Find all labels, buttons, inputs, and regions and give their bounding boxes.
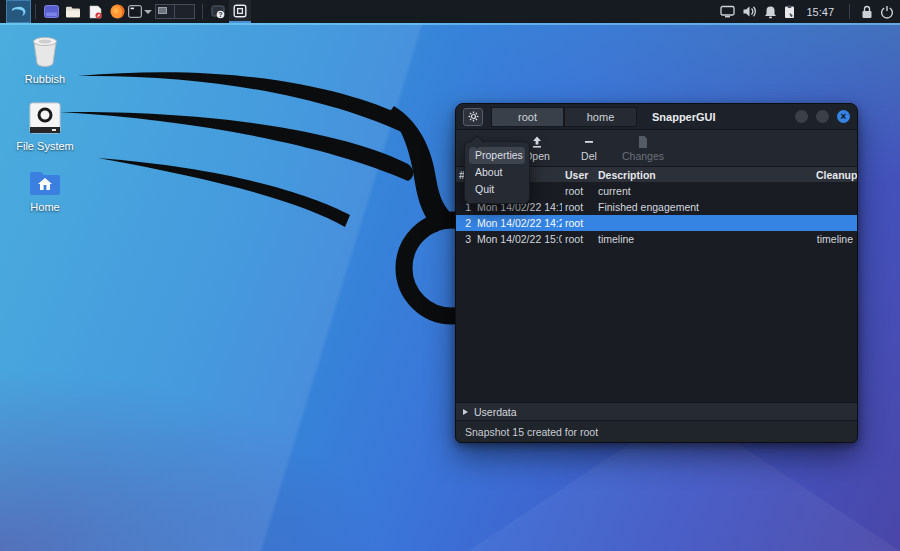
taskbar-separator bbox=[202, 4, 203, 19]
taskbar-separator bbox=[35, 4, 36, 19]
taskbar-window-snappergui[interactable] bbox=[229, 0, 251, 23]
kali-menu-icon bbox=[11, 5, 27, 19]
document-icon bbox=[89, 5, 102, 19]
tab-home[interactable]: home bbox=[564, 107, 637, 127]
window-title: SnapperGUI bbox=[652, 111, 716, 123]
status-text: Snapshot 15 created for root bbox=[465, 426, 598, 438]
menu-item-about[interactable]: About bbox=[469, 164, 525, 181]
workspace-window-thumb bbox=[158, 7, 167, 14]
cell-user: root bbox=[562, 217, 595, 229]
clock[interactable]: 15:47 bbox=[806, 6, 834, 18]
userdata-label: Userdata bbox=[474, 406, 517, 418]
cell-date: Mon 14/02/22 15:00 bbox=[474, 233, 562, 245]
cell-user: root bbox=[562, 185, 595, 197]
desktop-icons: Rubbish File System Home bbox=[8, 33, 82, 230]
minimize-button[interactable] bbox=[795, 110, 808, 123]
cell-description: current bbox=[595, 185, 813, 197]
desktop-icon-home[interactable]: Home bbox=[28, 169, 62, 213]
workspace-pager[interactable] bbox=[155, 4, 195, 19]
launcher-text-editor[interactable] bbox=[84, 0, 106, 23]
firefox-icon bbox=[110, 4, 125, 19]
close-button[interactable]: × bbox=[837, 110, 850, 123]
cell-user: root bbox=[562, 201, 595, 213]
snappergui-window-icon bbox=[233, 4, 247, 18]
snappergui-window: root home SnapperGUI × Open Del bbox=[455, 103, 858, 443]
terminal-icon bbox=[128, 5, 142, 18]
changes-label: Changes bbox=[622, 150, 664, 162]
app-menu-popup: Properties About Quit bbox=[464, 141, 530, 204]
menu-item-quit[interactable]: Quit bbox=[469, 181, 525, 198]
col-user[interactable]: User bbox=[562, 169, 595, 181]
desktop-icon-file-system[interactable]: File System bbox=[16, 102, 73, 152]
changes-button[interactable]: Changes bbox=[622, 135, 664, 162]
cell-number: 2 bbox=[456, 217, 474, 229]
cell-date: Mon 14/02/22 14:24 bbox=[474, 217, 562, 229]
taskbar-separator bbox=[849, 4, 850, 19]
display-icon[interactable] bbox=[720, 5, 735, 18]
launcher-firefox[interactable] bbox=[106, 0, 128, 23]
power-icon[interactable] bbox=[880, 5, 894, 19]
col-cleanup[interactable]: Cleanup bbox=[813, 169, 857, 181]
chevron-down-icon bbox=[144, 10, 152, 14]
applications-menu-button[interactable] bbox=[6, 0, 31, 23]
notifications-bell-icon[interactable] bbox=[764, 5, 777, 19]
display-launcher-icon bbox=[44, 5, 59, 18]
userdata-expander[interactable]: Userdata bbox=[456, 402, 857, 420]
desktop-icon-label: Rubbish bbox=[25, 73, 65, 85]
open-upload-icon bbox=[530, 135, 544, 149]
help-window-icon: ? bbox=[211, 5, 226, 19]
delete-label: Del bbox=[581, 150, 597, 162]
system-tray: 15:47 bbox=[720, 4, 894, 19]
tab-root[interactable]: root bbox=[491, 107, 564, 127]
svg-text:?: ? bbox=[218, 11, 222, 18]
lock-icon[interactable] bbox=[861, 5, 873, 19]
trash-icon bbox=[27, 33, 63, 69]
changes-file-icon bbox=[636, 135, 650, 149]
workspace-2[interactable] bbox=[175, 4, 195, 19]
snapshot-list[interactable]: root current 1 Mon 14/02/22 14:14 root F… bbox=[456, 183, 857, 402]
volume-icon[interactable] bbox=[742, 5, 757, 18]
folder-icon bbox=[65, 6, 81, 18]
maximize-button[interactable] bbox=[816, 110, 829, 123]
launcher-display[interactable] bbox=[40, 0, 62, 23]
titlebar[interactable]: root home SnapperGUI × bbox=[456, 104, 857, 130]
col-description[interactable]: Description bbox=[595, 169, 813, 181]
home-folder-icon bbox=[28, 169, 62, 197]
clipboard-icon[interactable] bbox=[784, 5, 795, 19]
minus-icon bbox=[582, 135, 596, 149]
window-controls: × bbox=[795, 110, 850, 123]
launcher-file-manager[interactable] bbox=[62, 0, 84, 23]
workspace-1[interactable] bbox=[155, 4, 175, 19]
app-menu-button[interactable] bbox=[463, 108, 483, 126]
delete-button[interactable]: Del bbox=[570, 135, 608, 162]
desktop-icon-label: Home bbox=[30, 201, 59, 213]
desktop-icon-rubbish[interactable]: Rubbish bbox=[25, 33, 65, 85]
launcher-terminal[interactable] bbox=[128, 0, 152, 23]
taskbar-window-help[interactable]: ? bbox=[207, 0, 229, 23]
expander-triangle-icon bbox=[463, 409, 468, 415]
desktop-icon-label: File System bbox=[16, 140, 73, 152]
cell-description: Finished engagement bbox=[595, 201, 813, 213]
cell-number: 3 bbox=[456, 233, 474, 245]
status-bar: Snapshot 15 created for root bbox=[456, 420, 857, 442]
cell-description: timeline bbox=[595, 233, 813, 245]
config-tabs: root home bbox=[491, 107, 637, 127]
menu-item-properties[interactable]: Properties bbox=[469, 147, 525, 164]
wallpaper-highlight-strip bbox=[0, 23, 900, 25]
table-row[interactable]: 3 Mon 14/02/22 15:00 root timeline timel… bbox=[456, 231, 857, 247]
cell-user: root bbox=[562, 233, 595, 245]
gear-icon bbox=[468, 111, 479, 122]
drive-icon bbox=[27, 102, 63, 136]
table-row-selected[interactable]: 2 Mon 14/02/22 14:24 root bbox=[456, 215, 857, 231]
cell-cleanup: timeline bbox=[813, 233, 857, 245]
taskbar: ? 15:47 bbox=[0, 0, 900, 23]
